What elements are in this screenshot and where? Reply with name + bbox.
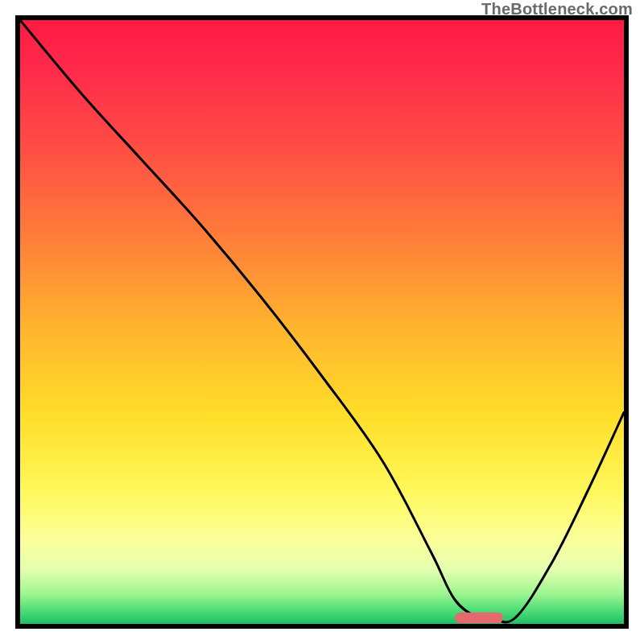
plot-layer <box>20 20 624 624</box>
target-marker <box>20 20 624 624</box>
chart-frame <box>15 15 629 629</box>
chart-stage: TheBottleneck.com <box>0 0 644 644</box>
svg-rect-1 <box>455 613 503 624</box>
